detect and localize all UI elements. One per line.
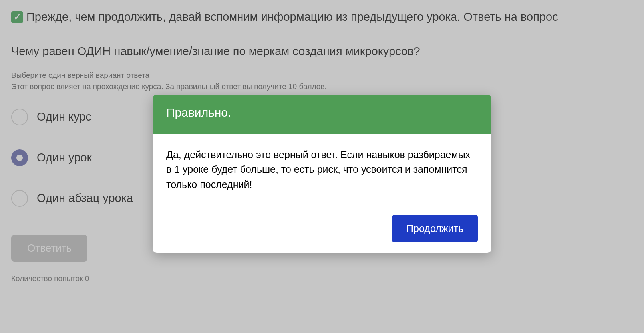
continue-button[interactable]: Продолжить <box>392 215 478 242</box>
modal-title: Правильно. <box>166 106 478 119</box>
modal-body: Да, действительно это верный ответ. Если… <box>153 134 491 205</box>
modal-footer: Продолжить <box>153 204 491 253</box>
modal-overlay: Правильно. Да, действительно это верный … <box>0 0 644 333</box>
modal-header: Правильно. <box>153 95 491 134</box>
feedback-modal: Правильно. Да, действительно это верный … <box>153 95 491 253</box>
